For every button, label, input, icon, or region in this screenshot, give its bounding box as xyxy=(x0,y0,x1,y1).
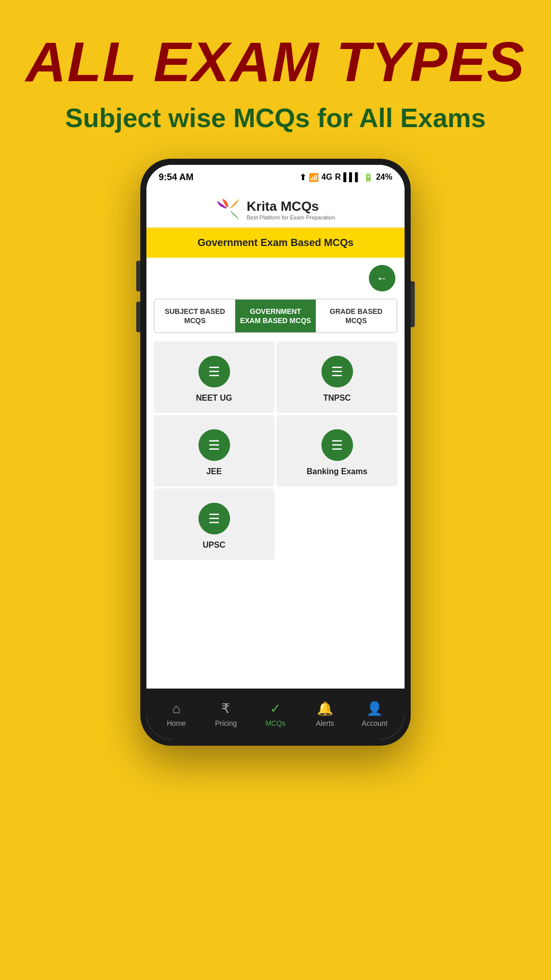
phone-vol-down xyxy=(136,302,140,332)
grid-item-tnpsc[interactable]: ☰ TNPSC xyxy=(277,341,397,413)
logo-subtitle: Best Platform for Exam Preparation xyxy=(246,214,335,220)
pricing-icon: ₹ xyxy=(221,701,230,717)
status-bar: 9:54 AM ⬆ 📶 4G R ▌▌▌ 🔋 24% xyxy=(146,165,405,189)
grid-item-neet[interactable]: ☰ NEET UG xyxy=(154,341,274,413)
alerts-label: Alerts xyxy=(316,719,334,727)
nav-home[interactable]: ⌂ Home xyxy=(152,701,201,727)
banking-label: Banking Exams xyxy=(307,467,367,476)
jee-icon-circle: ☰ xyxy=(198,429,230,461)
jee-list-icon: ☰ xyxy=(208,438,220,452)
bars-icon: ▌▌▌ xyxy=(343,173,361,182)
app-header: Krita MCQs Best Platform for Exam Prepar… xyxy=(146,189,405,228)
banking-icon-circle: ☰ xyxy=(321,429,353,461)
app-logo-icon xyxy=(216,197,241,222)
phone-vol-up xyxy=(136,261,140,291)
tab-grade-based[interactable]: GRADE BASED MCQS xyxy=(316,300,396,332)
jee-label: JEE xyxy=(206,467,221,476)
mcqs-label: MCQs xyxy=(265,719,286,727)
account-label: Account xyxy=(362,719,388,727)
tnpsc-label: TNPSC xyxy=(323,394,350,403)
grid-item-banking[interactable]: ☰ Banking Exams xyxy=(277,415,397,486)
bottom-navigation: ⌂ Home ₹ Pricing ✓ MCQs 🔔 Alerts 👤 xyxy=(146,689,405,740)
headline: ALL EXAM TYPES xyxy=(26,31,525,92)
home-icon: ⌂ xyxy=(172,701,181,717)
exam-grid: ☰ NEET UG ☰ TNPSC ☰ JEE xyxy=(146,341,405,560)
account-icon: 👤 xyxy=(366,701,383,717)
battery-level: 24% xyxy=(376,173,392,182)
mcqs-icon: ✓ xyxy=(270,701,281,717)
nav-pricing[interactable]: ₹ Pricing xyxy=(201,701,251,727)
upsc-icon-circle: ☰ xyxy=(198,503,230,534)
content-area: ← SUBJECT BASED MCQS GOVERNMENT EXAM BAS… xyxy=(146,258,405,689)
tnpsc-icon-circle: ☰ xyxy=(321,356,353,387)
page-banner: Government Exam Based MCQs xyxy=(146,228,405,258)
upsc-label: UPSC xyxy=(203,541,225,550)
nav-mcqs[interactable]: ✓ MCQs xyxy=(251,701,300,727)
signal-icon: ⬆ xyxy=(299,173,306,182)
banking-list-icon: ☰ xyxy=(331,438,343,452)
page-background: ALL EXAM TYPES Subject wise MCQs for All… xyxy=(0,0,551,980)
banner-text: Government Exam Based MCQs xyxy=(197,237,354,248)
tnpsc-list-icon: ☰ xyxy=(331,365,343,378)
phone-power xyxy=(411,281,415,327)
battery-icon: 🔋 xyxy=(363,173,373,182)
nav-alerts[interactable]: 🔔 Alerts xyxy=(300,701,350,727)
logo-text: Krita MCQs Best Platform for Exam Prepar… xyxy=(246,199,335,220)
phone-mockup: 9:54 AM ⬆ 📶 4G R ▌▌▌ 🔋 24% xyxy=(140,159,411,746)
status-icons: ⬆ 📶 4G R ▌▌▌ 🔋 24% xyxy=(299,173,392,182)
upsc-list-icon: ☰ xyxy=(208,512,220,525)
status-time: 9:54 AM xyxy=(159,172,193,183)
home-label: Home xyxy=(167,719,186,727)
network-icon: 4G xyxy=(321,173,332,182)
tab-selector: SUBJECT BASED MCQS GOVERNMENT EXAM BASED… xyxy=(154,299,397,333)
tab-govt-exam[interactable]: GOVERNMENT EXAM BASED MCQS xyxy=(235,300,316,332)
back-arrow-icon: ← xyxy=(376,272,388,284)
grid-item-empty xyxy=(277,488,397,560)
alerts-icon: 🔔 xyxy=(317,701,333,717)
neet-list-icon: ☰ xyxy=(208,365,220,378)
neet-label: NEET UG xyxy=(196,394,232,403)
subheadline: Subject wise MCQs for All Exams xyxy=(65,103,486,133)
neet-icon-circle: ☰ xyxy=(198,356,230,387)
grid-item-jee[interactable]: ☰ JEE xyxy=(154,415,274,486)
svg-point-0 xyxy=(226,207,231,212)
grid-item-upsc[interactable]: ☰ UPSC xyxy=(154,488,274,560)
logo-title: Krita MCQs xyxy=(246,199,335,214)
tab-subject-based[interactable]: SUBJECT BASED MCQS xyxy=(155,300,235,332)
wifi-icon: 📶 xyxy=(309,173,319,182)
phone-screen: 9:54 AM ⬆ 📶 4G R ▌▌▌ 🔋 24% xyxy=(146,165,405,740)
r-icon: R xyxy=(335,173,341,182)
pricing-label: Pricing xyxy=(215,719,237,727)
nav-account[interactable]: 👤 Account xyxy=(350,701,399,727)
back-button[interactable]: ← xyxy=(369,265,395,291)
